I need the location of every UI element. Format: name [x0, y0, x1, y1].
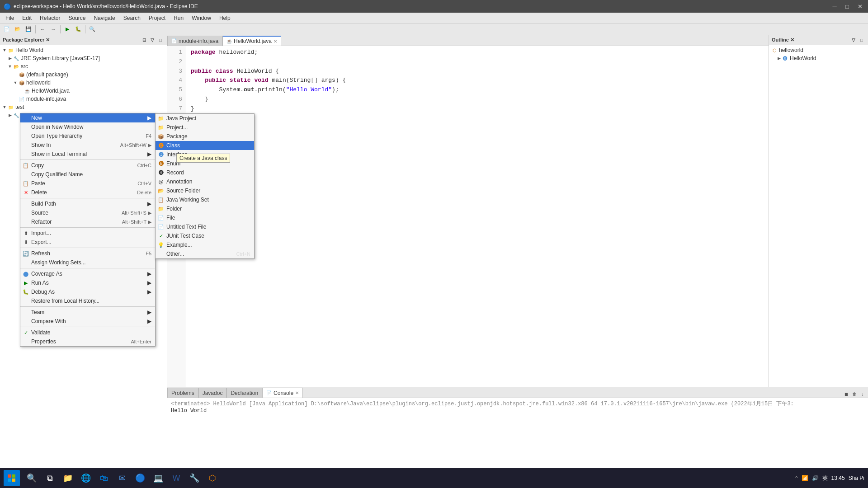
- tab-javadoc[interactable]: Javadoc: [198, 388, 227, 398]
- tree-helloworld-java[interactable]: ▶ ☕ HelloWorld.java: [0, 87, 167, 95]
- tab-declaration[interactable]: Declaration: [226, 388, 262, 398]
- sub-example[interactable]: 💡 Example...: [156, 240, 254, 249]
- sub-source-folder[interactable]: 📂 Source Folder: [156, 186, 254, 195]
- tray-expand[interactable]: ^: [795, 475, 798, 481]
- sub-annotation[interactable]: @ Annotation: [156, 177, 254, 186]
- ctx-build-path[interactable]: Build Path ▶: [20, 199, 155, 208]
- ctx-team[interactable]: Team ▶: [20, 308, 155, 317]
- menu-window[interactable]: Window: [188, 13, 215, 23]
- console-clear-btn[interactable]: 🗑: [851, 390, 858, 398]
- tree-module-info[interactable]: ▶ 📄 module-info.java: [0, 95, 167, 103]
- sub-class[interactable]: 🅒 Class Create a Java class: [156, 141, 254, 150]
- sub-file[interactable]: 📄 File: [156, 213, 254, 222]
- console-scroll-btn[interactable]: ↓: [859, 390, 866, 398]
- toolbar-search[interactable]: 🔍: [87, 24, 97, 34]
- tree-test[interactable]: ▼ 📁 test: [0, 103, 167, 111]
- taskbar-explorer[interactable]: 📁: [60, 470, 76, 486]
- taskbar-word[interactable]: W: [168, 470, 184, 486]
- taskbar-search[interactable]: 🔍: [24, 470, 40, 486]
- tab-close-btn[interactable]: ✕: [274, 39, 277, 44]
- close-button[interactable]: ✕: [855, 2, 864, 11]
- console-toolbar-btn[interactable]: ⏹: [843, 390, 850, 398]
- menu-search[interactable]: Search: [120, 13, 144, 23]
- tree-hello-world[interactable]: ▼ 📁 Hello World: [0, 46, 167, 54]
- menu-refactor[interactable]: Refactor: [36, 13, 64, 23]
- sub-untitled-text[interactable]: 📄 Untitled Text File: [156, 222, 254, 231]
- ctx-copy[interactable]: 📋 Copy Ctrl+C: [20, 161, 155, 170]
- minimize-button[interactable]: ─: [830, 2, 839, 11]
- expand-arrow[interactable]: ▼: [7, 64, 13, 69]
- tree-default-pkg[interactable]: ▶ 📦 (default package): [0, 70, 167, 79]
- ctx-restore-history[interactable]: Restore from Local History...: [20, 296, 155, 305]
- outline-helloworld-pkg[interactable]: ⬡ helloworld: [769, 46, 868, 54]
- taskbar-eclipse[interactable]: 🔵: [132, 470, 148, 486]
- taskbar-vscode[interactable]: 💻: [150, 470, 166, 486]
- start-button[interactable]: [4, 470, 20, 486]
- sub-junit[interactable]: ✓ JUnit Test Case: [156, 231, 254, 240]
- maximize-icon[interactable]: □: [157, 37, 164, 44]
- outline-menu-icon[interactable]: ▽: [850, 37, 857, 44]
- taskbar-store[interactable]: 🛍: [96, 470, 112, 486]
- ctx-show-in[interactable]: Show In Alt+Shift+W ▶: [20, 141, 155, 150]
- expand-arrow[interactable]: ▼: [2, 48, 7, 52]
- code-editor[interactable]: 1 2 3 4 5 6 7 8 package helloworld; publ…: [167, 46, 769, 387]
- taskbar-extra2[interactable]: ⬡: [204, 470, 221, 486]
- ctx-properties[interactable]: Properties Alt+Enter: [20, 337, 155, 346]
- ctx-delete[interactable]: ✕ Delete Delete: [20, 188, 155, 197]
- taskbar-browser[interactable]: 🌐: [78, 470, 94, 486]
- ctx-debug-as[interactable]: 🐛 Debug As ▶: [20, 287, 155, 296]
- expand-arrow[interactable]: ▶: [776, 56, 782, 61]
- toolbar-back[interactable]: ←: [38, 24, 47, 34]
- menu-file[interactable]: File: [2, 13, 18, 23]
- taskbar-mail[interactable]: ✉: [114, 470, 130, 486]
- ctx-new[interactable]: New ▶ 📁 Java Project 📁 Project... 📦 Pack…: [20, 113, 155, 122]
- ctx-open-type-hierarchy[interactable]: Open Type Hierarchy F4: [20, 131, 155, 141]
- menu-run[interactable]: Run: [170, 13, 187, 23]
- expand-arrow[interactable]: ▶: [7, 56, 13, 61]
- ctx-validate[interactable]: ✓ Validate: [20, 328, 155, 337]
- tab-module-info[interactable]: 📄 module-info.java: [167, 36, 222, 46]
- toolbar-save[interactable]: 💾: [24, 24, 33, 34]
- taskbar-task-view[interactable]: ⧉: [42, 470, 58, 486]
- outline-max-icon[interactable]: □: [858, 37, 865, 44]
- outline-helloworld-class[interactable]: ▶ 🅒 HelloWorld: [769, 54, 868, 62]
- ctx-run-as[interactable]: ▶ Run As ▶: [20, 278, 155, 287]
- menu-project[interactable]: Project: [145, 13, 169, 23]
- sub-package[interactable]: 📦 Package: [156, 132, 254, 141]
- ctx-export[interactable]: ⬇ Export...: [20, 238, 155, 247]
- tree-src[interactable]: ▼ 📂 src: [0, 62, 167, 70]
- expand-arrow[interactable]: ▶: [7, 113, 13, 117]
- ctx-open-new-window[interactable]: Open in New Window: [20, 122, 155, 131]
- sub-folder[interactable]: 📁 Folder: [156, 204, 254, 213]
- ctx-compare-with[interactable]: Compare With ▶: [20, 317, 155, 326]
- taskbar-extra[interactable]: 🔧: [186, 470, 203, 486]
- view-menu-icon[interactable]: ▽: [149, 37, 156, 44]
- console-close-btn[interactable]: ✕: [295, 390, 299, 395]
- maximize-button[interactable]: □: [843, 2, 852, 11]
- ctx-paste[interactable]: 📋 Paste Ctrl+V: [20, 179, 155, 188]
- ctx-show-local-terminal[interactable]: Show in Local Terminal ▶: [20, 150, 155, 159]
- ctx-refresh[interactable]: 🔄 Refresh F5: [20, 249, 155, 258]
- toolbar-debug[interactable]: 🐛: [73, 24, 83, 34]
- ctx-assign-working-sets[interactable]: Assign Working Sets...: [20, 258, 155, 267]
- menu-navigate[interactable]: Navigate: [90, 13, 118, 23]
- toolbar-forward[interactable]: →: [48, 24, 58, 34]
- ctx-coverage-as[interactable]: ⬤ Coverage As ▶: [20, 269, 155, 278]
- expand-arrow[interactable]: ▼: [2, 105, 7, 109]
- ctx-refactor[interactable]: Refactor Alt+Shift+T ▶: [20, 217, 155, 226]
- sub-java-working-set[interactable]: 📋 Java Working Set: [156, 195, 254, 204]
- toolbar-open[interactable]: 📂: [13, 24, 23, 34]
- tree-helloworld-pkg[interactable]: ▼ 📦 helloworld: [0, 79, 167, 87]
- ctx-source[interactable]: Source Alt+Shift+S ▶: [20, 208, 155, 217]
- menu-source[interactable]: Source: [65, 13, 89, 23]
- expand-arrow[interactable]: ▼: [13, 80, 18, 85]
- menu-edit[interactable]: Edit: [19, 13, 35, 23]
- menu-help[interactable]: Help: [216, 13, 234, 23]
- sub-record[interactable]: 🅡 Record: [156, 168, 254, 177]
- sub-project[interactable]: 📁 Project...: [156, 123, 254, 132]
- tab-console[interactable]: 📄 Console ✕: [262, 388, 303, 398]
- ctx-copy-qualified[interactable]: Copy Qualified Name: [20, 170, 155, 179]
- tab-problems[interactable]: Problems: [167, 388, 198, 398]
- tab-helloworld[interactable]: ☕ HelloWorld.java ✕: [222, 36, 281, 46]
- code-content[interactable]: package helloworld; public class HelloWo…: [185, 46, 769, 387]
